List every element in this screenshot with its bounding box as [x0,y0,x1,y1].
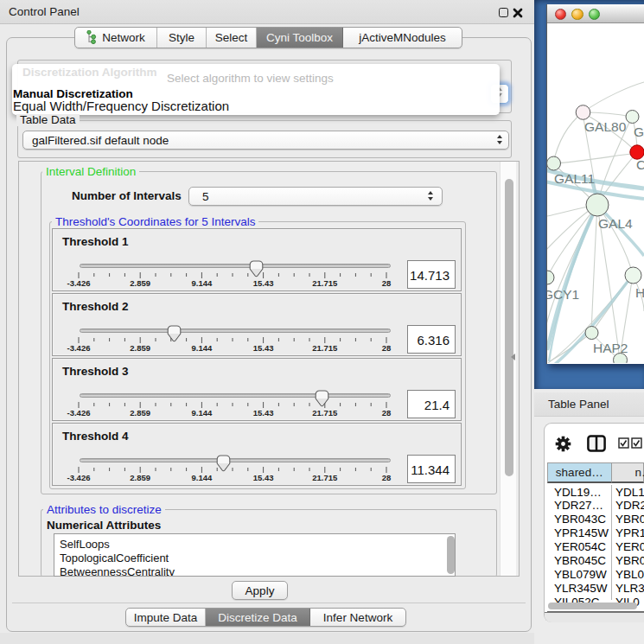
svg-text:H: H [635,285,644,300]
svg-text:GAL80: GAL80 [584,119,627,134]
svg-text:GCY1: GCY1 [547,287,579,302]
svg-text:C: C [636,157,644,172]
svg-text:GA: GA [634,124,644,139]
svg-text:GAL11: GAL11 [554,171,595,186]
svg-text:HAP2: HAP2 [593,341,628,355]
svg-text:GAL4: GAL4 [598,216,633,231]
